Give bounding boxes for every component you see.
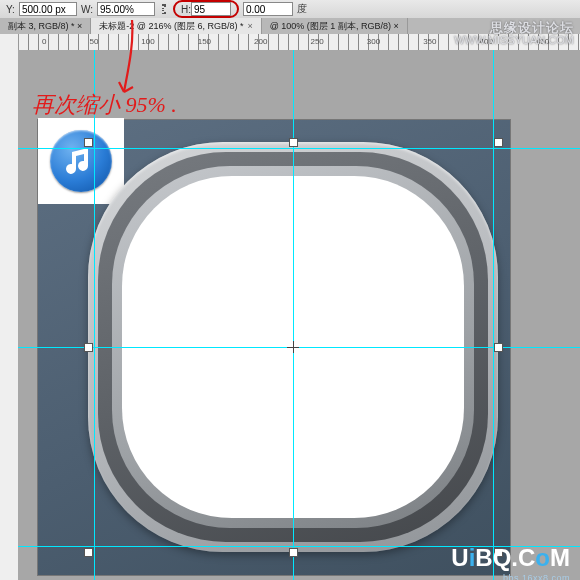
tab-label: 副本 3, RGB/8) * × — [8, 20, 82, 33]
ruler-vertical — [0, 34, 19, 580]
transform-center-icon[interactable] — [293, 347, 294, 348]
w-input[interactable] — [97, 2, 155, 16]
guide-horizontal[interactable] — [18, 148, 580, 149]
angle-label: 度 — [297, 2, 307, 16]
tab-label: @ 100% (图层 1 副本, RGB/8) × — [270, 20, 399, 33]
tab-label: 未标题-2 @ 216% (图层 6, RGB/8) * — [99, 20, 243, 33]
guide-vertical[interactable] — [493, 50, 494, 580]
watermark-bottom-sub: bbs.16xx8.com — [503, 573, 570, 580]
h-field-highlight: H: — [173, 0, 239, 18]
annotation-text: 再次缩小 95% . — [32, 90, 177, 120]
watermark-top-main: 思缘设计论坛 — [454, 22, 574, 34]
link-wh-icon[interactable] — [159, 3, 169, 15]
y-label: Y: — [6, 4, 15, 15]
watermark-bottom: UiBQ.CoM bbs.16xx8.com — [451, 544, 570, 572]
music-icon — [64, 144, 98, 178]
reference-image — [38, 118, 124, 204]
angle-input[interactable] — [243, 2, 293, 16]
transform-handle[interactable] — [84, 548, 93, 557]
document-tab[interactable]: 副本 3, RGB/8) * × — [0, 18, 91, 34]
guide-vertical[interactable] — [94, 50, 95, 580]
guide-horizontal[interactable] — [18, 347, 580, 348]
document-tab[interactable]: @ 100% (图层 1 副本, RGB/8) × — [262, 18, 408, 34]
transform-options-bar: Y: W: H: 度 — [0, 0, 580, 19]
h-label: H: — [181, 4, 191, 15]
y-input[interactable] — [19, 2, 77, 16]
transform-handle[interactable] — [494, 138, 503, 147]
document-tab-active[interactable]: 未标题-2 @ 216% (图层 6, RGB/8) * × — [91, 18, 261, 34]
document-canvas[interactable] — [38, 120, 510, 575]
h-input[interactable] — [191, 2, 231, 16]
watermark-top-sub: WWW.MISSYUAN.COM — [454, 34, 574, 46]
watermark-top: 思缘设计论坛 WWW.MISSYUAN.COM — [454, 22, 574, 46]
canvas-area[interactable] — [18, 50, 580, 580]
guide-vertical[interactable] — [293, 50, 294, 580]
w-label: W: — [81, 4, 93, 15]
itunes-icon — [50, 130, 112, 192]
close-icon[interactable]: × — [247, 21, 252, 31]
